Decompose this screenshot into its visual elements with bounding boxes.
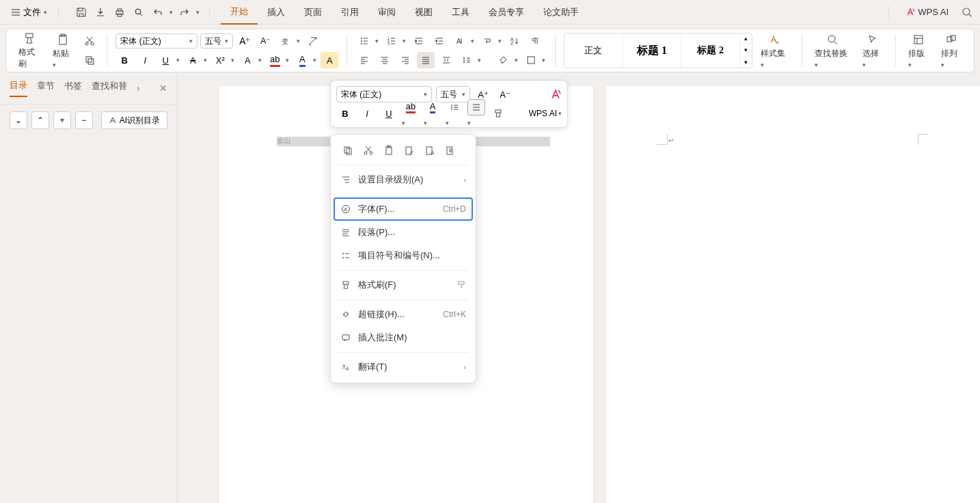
ctx-paste-text-icon[interactable]: A [422, 143, 437, 158]
align-justify-button[interactable] [417, 52, 435, 68]
styles-button[interactable]: Aa 样式集 ▾ [757, 30, 793, 72]
paste-button[interactable]: 粘贴 ▾ [49, 30, 77, 72]
save-icon[interactable] [74, 5, 89, 20]
remove-button[interactable]: − [75, 111, 93, 129]
ctx-toc-level[interactable]: 设置目录级别(A) › [331, 168, 476, 191]
align-right-button[interactable] [396, 52, 414, 68]
file-menu-button[interactable]: 文件 ▾ [5, 3, 53, 21]
change-case-button[interactable]: 变▾ [277, 33, 301, 49]
ctx-translate[interactable]: 文A 翻译(T) › [331, 355, 476, 379]
align-center-button[interactable] [376, 52, 394, 68]
ctx-paste-format-icon[interactable] [443, 143, 458, 158]
italic-button[interactable]: I [136, 52, 154, 68]
export-icon[interactable] [93, 5, 108, 20]
undo-dropdown[interactable]: ▾ [169, 9, 173, 16]
clear-format-icon[interactable] [304, 33, 322, 49]
phonetic-guide-button[interactable]: A [321, 52, 338, 68]
arrange-button[interactable]: 排列 ▾ [937, 30, 966, 72]
font-family-combo[interactable]: 宋体 (正文)▾ [115, 33, 198, 49]
show-marks-button[interactable] [526, 33, 544, 49]
ctx-cut-icon[interactable] [361, 143, 376, 158]
tab-review[interactable]: 审阅 [368, 1, 405, 24]
mini-font-color[interactable]: A▾ [424, 99, 441, 128]
align-left-button[interactable] [355, 52, 373, 68]
side-tab-find[interactable]: 查找和替 [92, 80, 127, 96]
font-color-button[interactable]: A▾ [293, 52, 318, 68]
text-direction-button[interactable]: A▾ [451, 33, 476, 49]
print-preview-icon[interactable] [131, 5, 146, 20]
ctx-paste-special-icon[interactable] [402, 143, 417, 158]
undo-button[interactable] [150, 5, 165, 20]
document-page-2[interactable]: ↵ [605, 86, 980, 503]
wps-ai-button[interactable]: WPS AI [900, 4, 954, 20]
cut-button[interactable] [81, 33, 98, 49]
border-button[interactable]: ▾ [522, 52, 547, 68]
ctx-paragraph[interactable]: 段落(P)... [331, 221, 476, 244]
expand-down-button[interactable]: ⌄ [10, 111, 27, 129]
ctx-font[interactable]: A 字体(F)... Ctrl+D [334, 198, 473, 221]
tab-tools[interactable]: 工具 [442, 1, 479, 24]
search-icon[interactable] [959, 5, 975, 20]
select-button[interactable]: 选择 ▾ [858, 30, 887, 72]
style-scroll-up[interactable]: ▴ [740, 33, 752, 44]
side-tab-toc[interactable]: 目录 [10, 79, 27, 97]
decrease-font-icon[interactable]: A⁻ [256, 33, 274, 49]
ai-toc-button[interactable]: AI识别目录 [101, 111, 167, 129]
number-list-button[interactable]: 123▾ [383, 33, 407, 49]
ctx-comment[interactable]: 插入批注(M) [331, 326, 476, 349]
style-scroll-down[interactable]: ▾ [740, 44, 752, 56]
line-spacing-button[interactable]: ▾ [458, 52, 482, 68]
style-expand[interactable]: ▾ [740, 57, 752, 68]
shading-button[interactable]: ▾ [495, 52, 519, 68]
style-heading1[interactable]: 标题 1 [623, 33, 682, 68]
sort-button[interactable]: AZ [506, 33, 523, 49]
tab-start[interactable]: 开始 [221, 0, 258, 25]
side-tab-section[interactable]: 章节 [37, 80, 55, 96]
ctx-hyperlink[interactable]: 超链接(H)... Ctrl+K [331, 303, 476, 326]
add-button[interactable]: + [53, 111, 71, 129]
mini-decrease-font[interactable]: A⁻ [496, 86, 514, 103]
superscript-button[interactable]: X²▾ [211, 52, 236, 68]
find-replace-button[interactable]: 查找替换 ▾ [811, 30, 854, 72]
decrease-indent-button[interactable] [410, 33, 428, 49]
strikethrough-button[interactable]: A▾ [184, 52, 208, 68]
ctx-copy-icon[interactable] [340, 143, 355, 158]
underline-button[interactable]: U▾ [156, 52, 181, 68]
print-icon[interactable] [112, 5, 127, 20]
side-close-button[interactable]: ✕ [159, 83, 167, 94]
collapse-up-button[interactable]: ⌃ [31, 111, 49, 129]
mini-format-painter[interactable] [489, 105, 507, 122]
text-effect-button[interactable]: A▾ [239, 52, 263, 68]
increase-font-icon[interactable]: A⁺ [236, 33, 254, 49]
side-tab-bookmark[interactable]: 书签 [64, 80, 82, 96]
increase-indent-button[interactable] [431, 33, 448, 49]
ctx-bullets[interactable]: 项目符号和编号(N)... [331, 244, 476, 267]
redo-button[interactable] [177, 5, 192, 20]
copy-button[interactable] [81, 52, 98, 68]
mini-line-spacing[interactable]: ▾ [446, 99, 463, 128]
format-painter-button[interactable]: 格式刷 [14, 29, 44, 72]
mini-bold[interactable]: B [336, 105, 354, 122]
mini-list[interactable]: ▾ [467, 99, 485, 128]
tab-insert[interactable]: 插入 [258, 1, 295, 24]
mini-highlight[interactable]: ab▾ [402, 99, 420, 128]
tab-reference[interactable]: 引用 [331, 1, 368, 24]
tab-page[interactable]: 页面 [295, 1, 331, 24]
ctx-paste-icon[interactable] [381, 143, 396, 158]
distribute-button[interactable] [437, 52, 455, 68]
tab-thesis[interactable]: 论文助手 [534, 1, 588, 24]
redo-dropdown[interactable]: ▾ [196, 9, 200, 16]
tab-view[interactable]: 视图 [405, 1, 442, 24]
mini-underline[interactable]: U [380, 105, 398, 122]
bullet-list-button[interactable]: ▾ [355, 33, 380, 49]
tab-member[interactable]: 会员专享 [479, 1, 534, 24]
mini-wps-ai[interactable]: WPS AI▾ [529, 109, 562, 118]
layout-button[interactable]: 排版 ▾ [904, 30, 933, 72]
mini-italic[interactable]: I [358, 105, 376, 122]
line-break-button[interactable]: ▾ [478, 33, 503, 49]
side-tab-more[interactable]: › [137, 83, 140, 94]
highlight-color-button[interactable]: ab▾ [266, 52, 290, 68]
style-heading2[interactable]: 标题 2 [681, 33, 740, 68]
style-normal[interactable]: 正文 [564, 33, 623, 68]
bold-button[interactable]: B [115, 52, 133, 68]
